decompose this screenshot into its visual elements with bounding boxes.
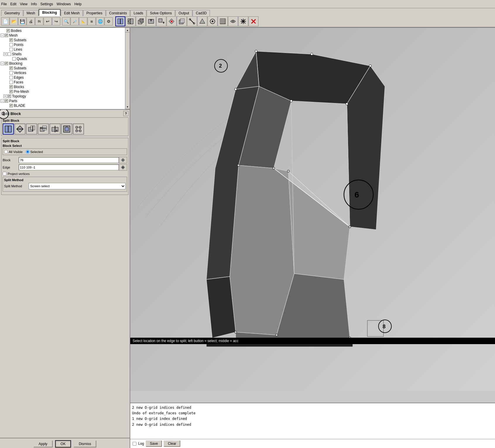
edge-input[interactable] [19, 164, 119, 170]
import-icon[interactable]: IN [35, 17, 43, 25]
tree-item-mesh[interactable]: − Mesh [1, 33, 129, 38]
split-tool-5[interactable]: + [49, 123, 61, 135]
connect-icon[interactable] [187, 16, 197, 26]
tree-item-vertices[interactable]: Vertices [1, 71, 129, 75]
blocks-checkbox[interactable] [9, 85, 13, 89]
b-subsets-checkbox[interactable] [9, 66, 13, 70]
points-checkbox[interactable] [9, 43, 13, 47]
tab-solveoptions[interactable]: Solve Options [147, 10, 175, 16]
topology-checkbox[interactable] [8, 95, 11, 98]
parts-checkbox[interactable] [5, 99, 8, 103]
tab-properties[interactable]: Properties [83, 10, 106, 16]
radio-selected-input[interactable] [26, 150, 30, 154]
clear-log-button[interactable]: Clear [164, 440, 180, 447]
mesh-checkbox[interactable] [5, 34, 8, 37]
blade-checkbox[interactable] [9, 104, 13, 107]
block-input[interactable] [19, 157, 119, 163]
tree-item-points[interactable]: Points [1, 42, 129, 47]
radio-selected[interactable]: Selected [26, 150, 43, 154]
split-tool-4[interactable] [38, 123, 49, 135]
add-block-icon[interactable]: + [156, 16, 166, 26]
tree-item-lines[interactable]: Lines [1, 47, 129, 52]
snap-icon[interactable]: ⊞ [88, 17, 96, 25]
delete-block-icon[interactable] [167, 16, 177, 26]
subsets-checkbox[interactable] [9, 38, 13, 42]
tab-constraints[interactable]: Constraints [106, 10, 130, 16]
premesh-checkbox[interactable] [9, 90, 13, 93]
delete2-icon[interactable] [249, 16, 258, 26]
split-block-icon[interactable] [115, 16, 125, 26]
project-vertices-checkbox[interactable] [3, 172, 6, 176]
tree-item-premesh[interactable]: Pre-Mesh [1, 89, 129, 94]
tree-item-bodies[interactable]: Bodies [1, 28, 129, 33]
ok-button[interactable]: OK [55, 440, 71, 448]
tab-editmesh[interactable]: Edit Mesh [61, 10, 83, 16]
mesh-preview-icon[interactable] [218, 16, 228, 26]
tree-item-edges[interactable]: Edges [1, 75, 129, 80]
tree-item-shells[interactable]: + Shells [1, 52, 129, 56]
undo-icon[interactable]: ↩ [44, 17, 52, 25]
save-log-button[interactable]: Save [146, 440, 162, 447]
redo-icon[interactable]: ↪ [52, 17, 60, 25]
extrude-icon[interactable] [136, 16, 146, 26]
tree-scroll-up[interactable]: ▲ [125, 28, 130, 32]
split-tool-3[interactable] [26, 123, 37, 135]
globe-icon[interactable]: 🌐 [96, 17, 104, 25]
log-checkbox[interactable] [133, 442, 136, 446]
tab-blocking[interactable]: Blocking [39, 9, 61, 16]
block-select-btn[interactable] [119, 157, 127, 163]
menu-windows[interactable]: Windows [56, 2, 71, 6]
tree-item-blocking[interactable]: − Blocking [1, 61, 129, 66]
shells-checkbox[interactable] [8, 52, 11, 56]
snap2-icon[interactable] [208, 16, 217, 26]
faces-checkbox[interactable] [9, 80, 13, 84]
tree-scroll-down[interactable]: ▼ [125, 104, 130, 109]
menu-file[interactable]: File [1, 2, 7, 6]
zoom-fit-icon[interactable]: 🔍 [62, 17, 70, 25]
merge-block-icon[interactable] [126, 16, 136, 26]
dismiss-button[interactable]: Dismiss [73, 440, 96, 447]
tree-item-blocks[interactable]: Blocks [1, 85, 129, 89]
split-tool-7[interactable] [73, 123, 84, 135]
menu-view[interactable]: View [20, 2, 28, 6]
tab-mesh[interactable]: Mesh [23, 10, 38, 16]
save-icon[interactable]: 💾 [18, 17, 26, 25]
settings-icon[interactable]: ⚙ [105, 17, 113, 25]
topology-expand[interactable]: + [4, 95, 7, 98]
split-method-select[interactable]: Screen select Parameter Absolute [29, 183, 126, 189]
tab-geometry[interactable]: Geometry [1, 10, 23, 16]
tab-cad3d[interactable]: Cad3D [193, 10, 210, 16]
canvas-area[interactable]: 2 6 8 Select location on the edge to spl… [130, 28, 495, 391]
radio-all-visible[interactable]: All Visible [4, 150, 23, 154]
split-tool-6[interactable] [61, 123, 72, 135]
measure-icon[interactable]: 📐 [79, 17, 87, 25]
tree-item-subsets[interactable]: Subsets [1, 38, 129, 42]
transform-icon[interactable] [197, 16, 207, 26]
tree-item-blade[interactable]: BLADE [1, 103, 129, 108]
vertices-checkbox[interactable] [9, 71, 13, 75]
parts-expand[interactable]: − [1, 99, 4, 103]
bodies-checkbox[interactable] [6, 29, 10, 32]
split-tool-2[interactable] [14, 123, 25, 135]
tree-item-quads[interactable]: Quads [1, 56, 129, 61]
shells-expand[interactable]: + [4, 52, 7, 56]
lines-checkbox[interactable] [9, 48, 13, 51]
collapse-icon[interactable] [146, 16, 156, 26]
tree-item-faces[interactable]: Faces [1, 80, 129, 85]
edge-select-btn[interactable] [119, 164, 127, 171]
zoom-in-icon[interactable]: 🔎 [71, 17, 79, 25]
print-icon[interactable]: 🖨 [27, 17, 35, 25]
mesh-expand[interactable]: − [1, 34, 4, 37]
radio-all-visible-input[interactable] [4, 150, 8, 154]
blocking-checkbox[interactable] [5, 62, 8, 65]
rotate-icon[interactable] [177, 16, 187, 26]
tab-output[interactable]: Output [175, 10, 192, 16]
apply-button[interactable]: Apply [33, 440, 53, 447]
help-button[interactable]: ? [123, 111, 129, 116]
tree-item-topology[interactable]: + Topology [1, 94, 129, 99]
tree-item-parts[interactable]: − Parts [1, 99, 129, 103]
new-icon[interactable]: 📄 [1, 17, 9, 25]
open-icon[interactable]: 📂 [10, 17, 18, 25]
blocking-expand[interactable]: − [1, 62, 4, 65]
quads-checkbox[interactable] [12, 57, 16, 61]
